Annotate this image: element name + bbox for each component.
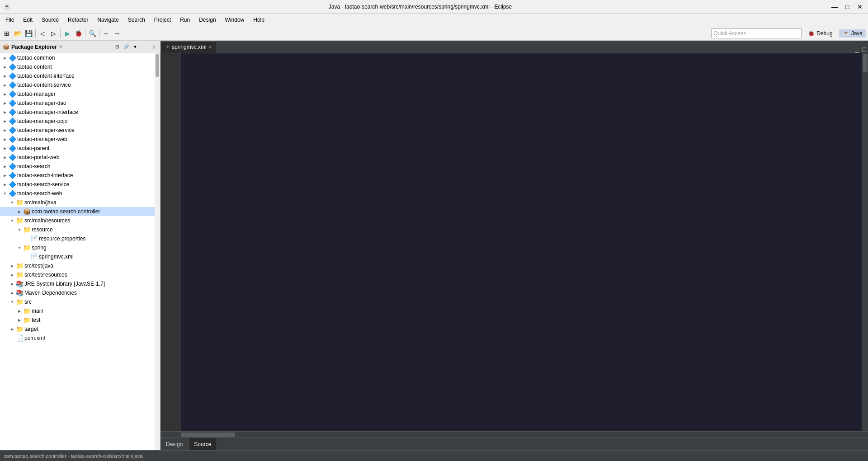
new-button[interactable]: ⊞ bbox=[2, 28, 12, 38]
tree-item-taotao-parent[interactable]: ▶ 🔷 taotao-parent bbox=[0, 144, 155, 153]
menu-source[interactable]: Source bbox=[38, 16, 62, 24]
source-tab[interactable]: Source bbox=[189, 438, 217, 451]
menu-window[interactable]: Window bbox=[222, 16, 248, 24]
tree-expander[interactable]: ▶ bbox=[2, 174, 8, 178]
tree-item-src-test-resources[interactable]: ▶ 📁 src/test/resources bbox=[0, 270, 155, 279]
tree-expander[interactable]: ▶ bbox=[2, 146, 8, 151]
tree-item-taotao-manager-pojo[interactable]: ▶ 🔷 taotao-manager-pojo bbox=[0, 117, 155, 126]
menu-edit[interactable]: Edit bbox=[19, 16, 36, 24]
tree-expander[interactable]: ▶ bbox=[2, 155, 8, 160]
next-edit-button[interactable]: → bbox=[112, 28, 122, 38]
tree-item-spring[interactable]: ▼ 📁 spring bbox=[0, 243, 155, 252]
tree-expander[interactable]: ▶ bbox=[2, 165, 8, 169]
menu-project[interactable]: Project bbox=[151, 16, 175, 24]
tree-item-taotao-portal-web[interactable]: ▶ 🔷 taotao-portal-web bbox=[0, 153, 155, 162]
tree-item-taotao-content[interactable]: ▶ 🔷 taotao-content bbox=[0, 62, 155, 71]
tree-expander[interactable]: ▶ bbox=[16, 309, 23, 313]
tree-item-taotao-manager[interactable]: ▶ 🔷 taotao-manager bbox=[0, 89, 155, 99]
tree-item-target[interactable]: ▶ 📁 target bbox=[0, 325, 155, 334]
tree-expander[interactable]: ▶ bbox=[2, 119, 8, 123]
tree-item-resource[interactable]: ▼ 📁 resource bbox=[0, 225, 155, 234]
run-button[interactable]: ▶ bbox=[62, 28, 72, 38]
tree-expander[interactable]: ▶ bbox=[2, 183, 8, 187]
prev-edit-button[interactable]: ← bbox=[101, 28, 111, 38]
tree-item-src-test-java[interactable]: ▶ 📁 src/test/java bbox=[0, 261, 155, 270]
tree-item-resource.properties[interactable]: 📄 resource.properties bbox=[0, 234, 155, 243]
tree-expander[interactable]: ▼ bbox=[2, 192, 8, 196]
menu-run[interactable]: Run bbox=[176, 16, 193, 24]
tree-item-springmvc.xml[interactable]: 📄 springmvc.xml bbox=[0, 252, 155, 261]
pe-maximize[interactable]: □ bbox=[149, 43, 157, 51]
java-perspective[interactable]: ☕ Java bbox=[839, 29, 866, 38]
pe-vertical-scrollbar[interactable] bbox=[155, 53, 160, 450]
tree-expander[interactable]: ▶ bbox=[2, 110, 8, 114]
menu-refactor[interactable]: Refactor bbox=[64, 16, 92, 24]
tree-expander[interactable]: ▶ bbox=[2, 65, 8, 69]
tree-item-main[interactable]: ▶ 📁 main bbox=[0, 306, 155, 315]
tree-item-test[interactable]: ▶ 📁 test bbox=[0, 315, 155, 325]
tab-close-button[interactable]: ✕ bbox=[208, 45, 212, 50]
forward-button[interactable]: ▷ bbox=[48, 28, 58, 38]
save-button[interactable]: 💾 bbox=[24, 28, 33, 38]
tree-item-maven-dependencies[interactable]: ▶ 📚 Maven Dependencies bbox=[0, 288, 155, 297]
tree-expander[interactable]: ▶ bbox=[2, 92, 8, 96]
tree-expander[interactable]: ▶ bbox=[2, 101, 8, 105]
close-button[interactable]: ✕ bbox=[855, 2, 864, 11]
search-button[interactable]: 🔍 bbox=[87, 28, 97, 38]
code-vertical-scrollbar[interactable] bbox=[862, 53, 868, 431]
debug-run-button[interactable]: 🐞 bbox=[73, 28, 83, 38]
maximize-button[interactable]: □ bbox=[843, 2, 852, 11]
editor-minimize-button[interactable]: _ bbox=[854, 46, 861, 53]
pe-link-with-editor[interactable]: 🔗 bbox=[122, 43, 130, 51]
tree-item-taotao-common[interactable]: ▶ 🔷 taotao-common bbox=[0, 53, 155, 62]
tree-expander[interactable]: ▼ bbox=[9, 300, 15, 304]
tree-expander[interactable]: ▶ bbox=[2, 83, 8, 87]
back-button[interactable]: ◁ bbox=[38, 28, 47, 38]
code-horizontal-scrollbar[interactable] bbox=[160, 431, 868, 437]
tree-expander[interactable]: ▶ bbox=[9, 273, 15, 277]
tree-expander[interactable]: ▶ bbox=[9, 282, 15, 286]
menu-help[interactable]: Help bbox=[250, 16, 268, 24]
tree-item-taotao-content-interface[interactable]: ▶ 🔷 taotao-content-interface bbox=[0, 71, 155, 80]
pe-minimize[interactable]: _ bbox=[140, 43, 148, 51]
tree-item-src-main-resources[interactable]: ▼ 📁 src/main/resources bbox=[0, 216, 155, 225]
menu-design[interactable]: Design bbox=[195, 16, 219, 24]
tree-item-pom.xml[interactable]: 📄 pom.xml bbox=[0, 334, 155, 343]
debug-perspective[interactable]: 🐞 Debug bbox=[804, 29, 836, 38]
tree-expander[interactable]: ▼ bbox=[9, 201, 15, 205]
menu-navigate[interactable]: Navigate bbox=[94, 16, 122, 24]
tree-item-taotao-search[interactable]: ▶ 🔷 taotao-search bbox=[0, 162, 155, 171]
tree-expander[interactable]: ▶ bbox=[2, 74, 8, 78]
menu-search[interactable]: Search bbox=[124, 16, 149, 24]
menu-file[interactable]: File bbox=[2, 16, 18, 24]
tree-item-taotao-search-interface[interactable]: ▶ 🔷 taotao-search-interface bbox=[0, 171, 155, 180]
tree-expander[interactable]: ▶ bbox=[16, 318, 23, 322]
tree-expander[interactable]: ▶ bbox=[2, 137, 8, 141]
tree-expander[interactable]: ▶ bbox=[9, 264, 15, 268]
tree-expander[interactable]: ▶ bbox=[16, 210, 23, 214]
tree-item-src-main-java[interactable]: ▼ 📁 src/main/java bbox=[0, 198, 155, 207]
code-content[interactable] bbox=[181, 53, 862, 431]
tree-expander[interactable]: ▶ bbox=[2, 56, 8, 60]
tree-item-taotao-content-service[interactable]: ▶ 🔷 taotao-content-service bbox=[0, 80, 155, 89]
tree-item-taotao-manager-dao[interactable]: ▶ 🔷 taotao-manager-dao bbox=[0, 99, 155, 108]
tree-expander[interactable]: ▼ bbox=[9, 219, 15, 223]
open-button[interactable]: 📂 bbox=[13, 28, 23, 38]
tree-expander[interactable]: ▶ bbox=[9, 327, 15, 331]
tree-expander[interactable]: ▶ bbox=[2, 128, 8, 132]
tree-item-taotao-search-service[interactable]: ▶ 🔷 taotao-search-service bbox=[0, 180, 155, 189]
tree-item-taotao-manager-service[interactable]: ▶ 🔷 taotao-manager-service bbox=[0, 126, 155, 135]
editor-maximize-button[interactable]: □ bbox=[861, 46, 868, 53]
tree-expander[interactable]: ▶ bbox=[9, 291, 15, 295]
pe-view-menu[interactable]: ▼ bbox=[131, 43, 139, 51]
minimize-button[interactable]: — bbox=[830, 2, 839, 11]
tree-expander[interactable]: ▼ bbox=[16, 228, 23, 232]
tree-item-com.taotao.search.controller[interactable]: ▶ 📦 com.taotao.search.controller bbox=[0, 207, 155, 216]
tree-item-jre-system-library[interactable]: ▶ 📚 JRE System Library [JavaSE-1.7] bbox=[0, 279, 155, 288]
tree-item-taotao-search-web[interactable]: ▼ 🔷 taotao-search-web bbox=[0, 189, 155, 198]
editor-tab-springmvc[interactable]: ✦ springmvc.xml ✕ bbox=[160, 41, 217, 53]
tree-item-taotao-manager-interface[interactable]: ▶ 🔷 taotao-manager-interface bbox=[0, 108, 155, 117]
tree-item-taotao-manager-web[interactable]: ▶ 🔷 taotao-manager-web bbox=[0, 135, 155, 144]
design-tab[interactable]: Design bbox=[160, 438, 189, 451]
pe-collapse-all[interactable]: ⊟ bbox=[113, 43, 121, 51]
